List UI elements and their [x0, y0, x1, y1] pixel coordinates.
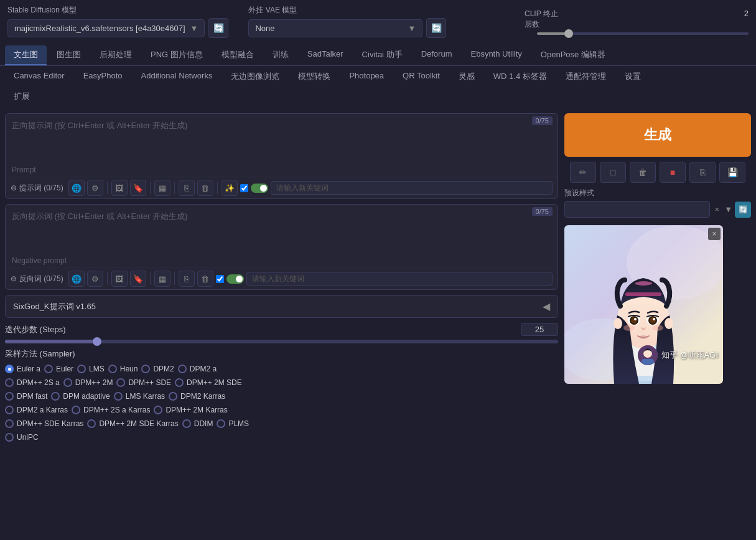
- sampler-dpm-adaptive[interactable]: DPM adaptive: [51, 392, 110, 401]
- tab-photopea[interactable]: Photopea: [340, 67, 393, 86]
- sampler-lms-karras[interactable]: LMS Karras: [114, 392, 165, 401]
- steps-value-box[interactable]: 25: [521, 323, 558, 336]
- neg-globe-icon-btn[interactable]: 🌐: [68, 271, 85, 287]
- bookmark-icon-btn[interactable]: 🔖: [130, 180, 146, 196]
- steps-slider-thumb[interactable]: [93, 337, 101, 346]
- trash-button[interactable]: 🗑: [630, 162, 656, 183]
- tab-additional-networks[interactable]: Additional Networks: [133, 67, 222, 86]
- square-button[interactable]: □: [600, 162, 626, 183]
- sampler-dpmpp-sde[interactable]: DPM++ SDE: [116, 378, 171, 387]
- sampler-euler-a[interactable]: Euler a: [5, 365, 40, 373]
- model-select-dropdown[interactable]: majicmixRealistic_v6.safetensors [e4a30e…: [7, 19, 205, 37]
- copy-button[interactable]: ⎘: [689, 162, 716, 183]
- neg-bookmark-icon-btn[interactable]: 🔖: [130, 271, 146, 287]
- trash-icon-btn[interactable]: 🗑: [197, 180, 213, 196]
- neg-toolbar-sep-2: [150, 272, 151, 285]
- positive-prompt-textarea[interactable]: [6, 114, 558, 164]
- neg-trash-icon-btn[interactable]: 🗑: [197, 271, 213, 287]
- vae-label: 外挂 VAE 模型: [248, 5, 446, 16]
- sampler-unipc[interactable]: UniPC: [5, 433, 39, 442]
- tab-deforum[interactable]: Deforum: [413, 45, 461, 65]
- neg-keyword-checkbox[interactable]: [216, 275, 224, 283]
- sampler-dpmpp2s-a[interactable]: DPM++ 2S a: [5, 378, 60, 387]
- tab-pnginfo[interactable]: PNG 图片信息: [142, 45, 212, 65]
- sampler-dpmpp2m-sde-karras[interactable]: DPM++ 2M SDE Karras: [87, 419, 178, 428]
- vae-select-dropdown[interactable]: None ▼: [248, 19, 422, 37]
- tab-easyphoto[interactable]: EasyPhoto: [75, 67, 131, 86]
- sampler-euler[interactable]: Euler: [44, 365, 73, 373]
- steps-slider-track[interactable]: [5, 340, 558, 343]
- negative-prompt-textarea[interactable]: [6, 205, 558, 254]
- preset-arrow-button[interactable]: ▼: [724, 205, 732, 214]
- preset-clear-button[interactable]: ×: [712, 205, 722, 214]
- neg-image-icon-btn[interactable]: 🖼: [111, 271, 128, 287]
- negative-token-count: 0/75: [532, 207, 553, 216]
- tab-inspiration[interactable]: 灵感: [450, 67, 483, 86]
- generate-button[interactable]: 生成: [564, 113, 751, 157]
- sampler-dpmpp-sde-karras[interactable]: DPM++ SDE Karras: [5, 419, 83, 428]
- sampler-dpmpp2s-a-karras[interactable]: DPM++ 2S a Karras: [72, 406, 150, 414]
- magic-icon-btn[interactable]: ✨: [222, 180, 238, 196]
- close-preview-button[interactable]: ×: [708, 228, 721, 240]
- sampler-dpm2[interactable]: DPM2: [141, 365, 174, 373]
- tab-img2img[interactable]: 图生图: [48, 45, 90, 65]
- clip-slider-thumb[interactable]: [564, 29, 573, 38]
- sampler-dpm2-a-karras[interactable]: DPM2 a Karras: [5, 406, 68, 414]
- tab-openpose[interactable]: OpenPose 编辑器: [532, 45, 614, 65]
- copy-icon-btn[interactable]: ⎘: [179, 180, 195, 196]
- positive-prompt-toolbar: ⊖ 提示词 (0/75) 🌐 ⚙ 🖼 🔖 ▦ ⎘ 🗑 ✨: [6, 177, 558, 198]
- sampler-ddim[interactable]: DDIM: [182, 419, 213, 428]
- keyword-checkbox[interactable]: [240, 184, 248, 192]
- sampler-dpmpp2m[interactable]: DPM++ 2M: [63, 378, 113, 387]
- neg-layout-icon-btn[interactable]: ▦: [154, 271, 170, 287]
- radio-dpmpp2m: [63, 378, 72, 387]
- tab-merge[interactable]: 模型融合: [213, 45, 263, 65]
- tab-txt2img[interactable]: 文生图: [5, 45, 47, 65]
- neg-keyword-input[interactable]: [246, 272, 553, 286]
- tab-qrtoolkit[interactable]: QR Toolkit: [394, 67, 449, 86]
- sampler-dpm2-a[interactable]: DPM2 a: [178, 365, 217, 373]
- settings-icon-btn[interactable]: ⚙: [87, 180, 103, 196]
- sampler-plms[interactable]: PLMS: [217, 419, 249, 428]
- preset-style-input[interactable]: [564, 201, 710, 218]
- sixgod-row: SixGod_K提示词 v1.65 ◀: [5, 295, 558, 318]
- vae-refresh-button[interactable]: 🔄: [426, 18, 446, 38]
- sampler-heun[interactable]: Heun: [108, 365, 138, 373]
- keyword-input[interactable]: [271, 181, 553, 195]
- neg-keyword-toggle[interactable]: [226, 274, 244, 284]
- model-refresh-button[interactable]: 🔄: [208, 18, 228, 38]
- sampler-dpm2-karras[interactable]: DPM2 Karras: [169, 392, 225, 401]
- neg-settings-icon-btn[interactable]: ⚙: [87, 271, 103, 287]
- tab-modelconvert[interactable]: 模型转换: [289, 67, 339, 86]
- red-square-button[interactable]: ■: [660, 162, 686, 183]
- tab-ebsynth[interactable]: Ebsynth Utility: [462, 45, 530, 65]
- sampler-dpm-fast[interactable]: DPM fast: [5, 392, 47, 401]
- tab-loramanager[interactable]: 通配符管理: [557, 67, 615, 86]
- tab-train[interactable]: 训练: [264, 45, 297, 65]
- clip-slider[interactable]: [537, 32, 749, 35]
- radio-dpm-adaptive: [51, 392, 60, 401]
- tab-infinitezoom[interactable]: 无边图像浏览: [222, 67, 288, 86]
- sixgod-collapse-btn[interactable]: ◀: [543, 300, 550, 312]
- neg-copy-icon-btn[interactable]: ⎘: [179, 271, 195, 287]
- tab-expand[interactable]: 扩展: [5, 87, 39, 106]
- tab-sadtalker[interactable]: SadTalker: [299, 45, 352, 65]
- edit-pencil-button[interactable]: ✏: [570, 162, 596, 183]
- sampler-dpmpp2m-sde[interactable]: DPM++ 2M SDE: [175, 378, 242, 387]
- globe-icon-btn[interactable]: 🌐: [68, 180, 85, 196]
- sampler-dpmpp2m-karras[interactable]: DPM++ 2M Karras: [154, 406, 227, 414]
- layout-icon-btn[interactable]: ▦: [154, 180, 170, 196]
- tab-settings[interactable]: 设置: [616, 67, 650, 86]
- image-icon-btn[interactable]: 🖼: [111, 180, 128, 196]
- tab-wd14[interactable]: WD 1.4 标签器: [485, 67, 556, 86]
- keyword-toggle[interactable]: [251, 184, 268, 193]
- tab-postprocess[interactable]: 后期处理: [91, 45, 141, 65]
- sampler-lms[interactable]: LMS: [77, 365, 105, 373]
- collapse-icon[interactable]: ⊖: [11, 184, 17, 192]
- tab-civitai[interactable]: Civitai 助手: [353, 45, 411, 65]
- radio-ddim: [182, 419, 191, 428]
- tab-canvas[interactable]: Canvas Editor: [5, 67, 73, 86]
- preset-refresh-button[interactable]: 🔄: [735, 202, 751, 218]
- negative-collapse-icon[interactable]: ⊖: [11, 274, 17, 283]
- save-button[interactable]: 💾: [719, 162, 745, 183]
